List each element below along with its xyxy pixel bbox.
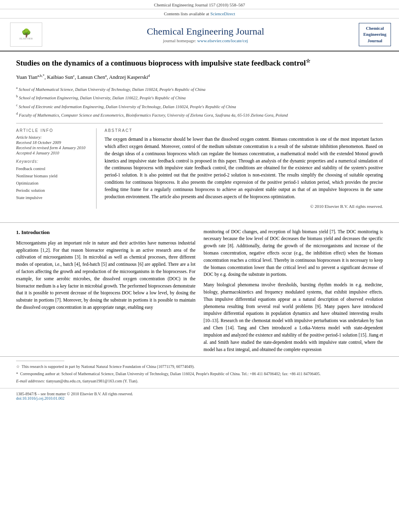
- section-divider: [0, 222, 399, 223]
- revised-date: Received in revised form 4 January 2010: [16, 146, 90, 150]
- affiliation-b: b School of Information Engineering, Dal…: [16, 93, 383, 101]
- body-col-left: 1. Introduction Microorganisms play an i…: [16, 228, 195, 357]
- doi-line: doi:10.1016/j.cej.2010.01.002: [16, 396, 383, 401]
- keywords-list: Feedback control Nonlinear biomass yield…: [16, 165, 90, 201]
- intro-p2: monitoring of DOC changes, and reception…: [204, 228, 383, 279]
- article-history: Article history: Received 18 October 200…: [16, 135, 90, 155]
- accepted-date: Accepted 4 January 2010: [16, 151, 90, 155]
- authors: Yuan Tiana,b,*, Kaibiao Sunc, Lansun Che…: [16, 73, 383, 82]
- author1: Yuan Tiana,b,*, Kaibiao Sunc, Lansun Che…: [16, 74, 150, 80]
- paper-title: Studies on the dynamics of a continuous …: [16, 58, 383, 69]
- sciencedirect-link[interactable]: ScienceDirect: [210, 11, 235, 16]
- abstract-col: ABSTRACT The oxygen demand in a bioreact…: [105, 128, 383, 208]
- body-columns: 1. Introduction Microorganisms play an i…: [0, 228, 399, 357]
- footnote-2: * Corresponding author at: School of Mat…: [16, 371, 383, 377]
- footnote-3: E-mail addresses: tianyuan@dtu.edu.cn, t…: [16, 378, 383, 384]
- affiliation-c: c School of Electronic and Information E…: [16, 102, 383, 110]
- intro-heading: 1. Introduction: [16, 228, 195, 236]
- journal-homepage-link[interactable]: www.elsevier.com/locate/cej: [197, 38, 248, 43]
- journal-title: Chemical Engineering Journal: [52, 26, 359, 37]
- elsevier-logo: 🌳 ELSEVIER: [8, 23, 44, 47]
- keyword-4: Periodic solution: [16, 187, 90, 194]
- article-info-title: ARTICLE INFO: [16, 128, 90, 133]
- abstract-text: The oxygen demand in a bioreactor should…: [105, 136, 383, 200]
- keywords-title: Keywords:: [16, 159, 90, 164]
- article-info: ARTICLE INFO Article history: Received 1…: [16, 128, 97, 208]
- journal-logo-right: ChemicalEngineeringJournal: [359, 23, 391, 46]
- sciencedirect-prefix: Contents lists available at: [164, 11, 210, 16]
- article-body: ARTICLE INFO Article history: Received 1…: [16, 128, 383, 208]
- journal-header: 🌳 ELSEVIER Chemical Engineering Journal …: [0, 18, 399, 51]
- history-label: Article history:: [16, 135, 90, 140]
- top-bar: Chemical Engineering Journal 157 (2010) …: [0, 0, 399, 9]
- affiliation-d: d Faculty of Mathematics, Computer Scien…: [16, 111, 383, 119]
- keyword-2: Nonlinear biomass yield: [16, 173, 90, 180]
- copyright: © 2010 Elsevier B.V. All rights reserved…: [105, 204, 383, 209]
- journal-citation: Chemical Engineering Journal 157 (2010) …: [154, 2, 245, 7]
- affiliation-a: a School of Mathematical Science, Dalian…: [16, 85, 383, 93]
- issn-line: 1385-8947/$ – see front matter © 2010 El…: [16, 392, 383, 396]
- keyword-3: Optimization: [16, 180, 90, 187]
- paper-content: Studies on the dynamics of a continuous …: [0, 51, 399, 217]
- intro-p3: Many biological phenomena involve thresh…: [204, 281, 383, 353]
- doi-link[interactable]: doi:10.1016/j.cej.2010.01.002: [16, 396, 64, 401]
- received-date: Received 18 October 2009: [16, 140, 90, 145]
- footnote-1: ☆ This research is supported in part by …: [16, 364, 383, 370]
- keyword-5: State impulsive: [16, 194, 90, 201]
- affiliations: a School of Mathematical Science, Dalian…: [16, 85, 383, 123]
- abstract-title: ABSTRACT: [105, 128, 383, 133]
- journal-title-area: Chemical Engineering Journal journal hom…: [52, 26, 359, 43]
- sciencedirect-bar: Contents lists available at ScienceDirec…: [0, 9, 399, 18]
- intro-p1: Microorganisms play an important role in…: [16, 240, 195, 311]
- bottom-bar: 1385-8947/$ – see front matter © 2010 El…: [0, 388, 399, 405]
- footnotes: ☆ This research is supported in part by …: [0, 356, 399, 384]
- body-col-right: monitoring of DOC changes, and reception…: [204, 228, 383, 357]
- keyword-1: Feedback control: [16, 165, 90, 173]
- journal-homepage: journal homepage: www.elsevier.com/locat…: [52, 38, 359, 43]
